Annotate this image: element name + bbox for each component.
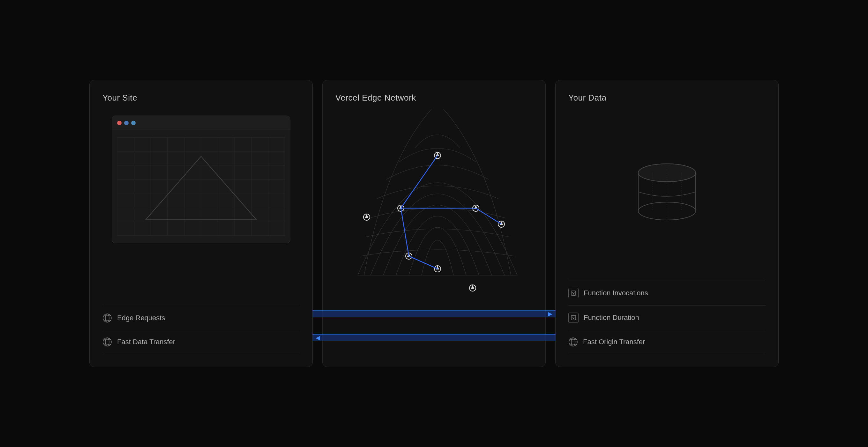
globe-icon-data: [102, 337, 112, 347]
function-duration-label: Function Duration: [584, 314, 639, 322]
dot-green: [131, 121, 135, 125]
func-icon-invocations: [568, 288, 579, 298]
svg-line-47: [401, 155, 437, 208]
globe-wrapper: [335, 116, 533, 354]
fast-data-transfer-item: Fast Data Transfer: [102, 330, 300, 354]
func-icon-duration: [568, 312, 579, 323]
edge-requests-label: Edge Requests: [117, 314, 165, 322]
svg-rect-61: [571, 316, 576, 320]
site-illustration: [117, 135, 285, 238]
svg-line-50: [476, 208, 501, 224]
right-metrics: Function Invocations Function Duration: [568, 281, 766, 354]
svg-rect-60: [571, 291, 576, 295]
fast-origin-transfer-label: Fast Origin Transfer: [583, 338, 645, 346]
fast-data-transfer-label: Fast Data Transfer: [117, 338, 175, 346]
function-invocations-label: Function Invocations: [584, 289, 648, 297]
center-card-title: Vercel Edge Network: [335, 93, 533, 103]
database-icon-container: [568, 116, 766, 281]
edge-requests-item: Edge Requests: [102, 306, 300, 330]
blue-band-fast-data: ◀: [312, 334, 556, 341]
right-card: Your Data: [555, 80, 779, 367]
svg-line-48: [401, 208, 409, 256]
svg-point-56: [638, 164, 696, 182]
arrow-edge-requests: ▶: [548, 310, 552, 317]
browser-toolbar: [112, 116, 290, 130]
function-duration-item: Function Duration: [568, 305, 766, 330]
blue-band-edge-requests: ▶: [312, 310, 556, 317]
browser-mockup: [112, 116, 290, 243]
center-card: Vercel Edge Network: [322, 80, 546, 367]
dot-yellow: [124, 121, 129, 125]
database-icon: [635, 157, 699, 227]
fast-origin-transfer-item: Fast Origin Transfer: [568, 330, 766, 354]
globe-wireframe: [339, 109, 536, 326]
globe-icon-origin: [568, 337, 578, 347]
left-metrics: Edge Requests Fast Data Transfer: [102, 306, 300, 354]
main-container: Your Site: [51, 40, 817, 407]
left-card-title: Your Site: [102, 93, 300, 103]
function-invocations-item: Function Invocations: [568, 281, 766, 305]
arrow-fast-data: ◀: [316, 334, 320, 341]
browser-content: [112, 130, 290, 243]
right-card-title: Your Data: [568, 93, 766, 103]
svg-point-55: [638, 202, 696, 220]
globe-icon-edge: [102, 313, 112, 323]
left-card: Your Site: [89, 80, 313, 367]
dot-red: [117, 121, 122, 125]
